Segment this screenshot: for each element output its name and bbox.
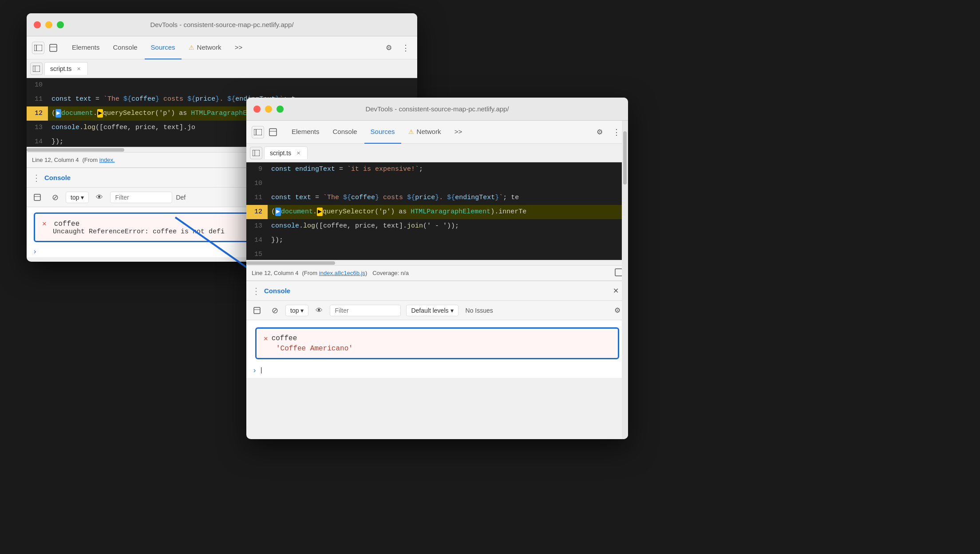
maximize-button-1[interactable] (57, 21, 64, 28)
file-tabbar-1: script.ts ✕ (27, 59, 417, 78)
inspect-icon-2[interactable] (266, 125, 280, 139)
tab-bar-1: Elements Console Sources ⚠ Network >> (66, 36, 249, 59)
warning-icon-2: ⚠ (408, 128, 414, 135)
tab-elements-2[interactable]: Elements (285, 121, 326, 144)
file-tab-script-2[interactable]: script.ts ✕ (264, 146, 308, 159)
console-title-2: Console (264, 287, 290, 295)
context-selector-2[interactable]: top ▾ (285, 305, 308, 316)
eye-icon-1[interactable]: 👁 (92, 190, 107, 204)
sidebar-toggle-icon-2[interactable] (252, 126, 264, 138)
file-tab-close-1[interactable]: ✕ (75, 65, 82, 72)
window-v-scrollbar-2[interactable] (622, 121, 628, 439)
panel-toggle-icon-1[interactable] (30, 63, 43, 75)
console-filter-input-1[interactable] (110, 192, 172, 203)
code-editor-2: 9 const endingText = `it is expensive!`;… (246, 162, 628, 260)
index-link-1[interactable]: index. (99, 157, 115, 163)
coverage-text-2: Coverage: n/a (372, 270, 409, 276)
warning-icon-1: ⚠ (189, 44, 194, 51)
console-header-2: ⋮ Console ✕ (246, 281, 628, 301)
console-filter-input-2[interactable] (330, 305, 401, 316)
chevron-down-icon-2: ▾ (300, 307, 304, 314)
toolbar-right-1: ⚙ ⋮ (382, 41, 412, 55)
svg-rect-0 (34, 45, 42, 51)
code-line-11-2: 11 const text = `The ${coffee} costs ${p… (246, 191, 628, 205)
maximize-button-2[interactable] (277, 106, 284, 113)
tab-console-1[interactable]: Console (107, 36, 144, 59)
cursor-blink: | (259, 367, 263, 374)
console-menu-dots-1[interactable]: ⋮ (32, 173, 41, 183)
devtools-toolbar-2: Elements Console Sources ⚠ Network >> ⚙ … (246, 121, 628, 144)
svg-rect-4 (33, 66, 40, 72)
minimize-button-1[interactable] (45, 21, 52, 28)
success-var-2: coffee (272, 334, 297, 342)
console-title-1: Console (44, 174, 71, 181)
titlebar-2: DevTools - consistent-source-map-pc.netl… (246, 98, 628, 121)
settings-icon-2[interactable]: ⚙ (593, 125, 607, 139)
prohibited-icon-1[interactable]: ⊘ (48, 190, 62, 204)
tab-console-2[interactable]: Console (327, 121, 364, 144)
from-text-1: (From index. (83, 157, 115, 163)
chevron-down-icon-1: ▾ (81, 194, 84, 201)
minimize-button-2[interactable] (265, 106, 272, 113)
scrollbar-thumb-2[interactable] (246, 261, 335, 265)
window-v-scrollbar-thumb-2[interactable] (623, 131, 627, 185)
no-issues-text-2: No Issues (466, 307, 493, 314)
close-button-2[interactable] (253, 106, 261, 113)
default-levels-text-1: Def (176, 194, 186, 201)
console-menu-dots-2[interactable]: ⋮ (252, 286, 261, 296)
horizontal-scrollbar-2[interactable] (246, 260, 628, 265)
code-line-15-2: 15 (246, 248, 628, 260)
window-title-1: DevTools - consistent-source-map-pc.netl… (150, 21, 293, 28)
code-line-14-2: 14 }); (246, 233, 628, 248)
default-levels-label-2: Default levels (411, 307, 448, 314)
console-expand-icon-2[interactable] (250, 303, 264, 318)
more-icon-2[interactable]: ⋮ (610, 126, 623, 138)
code-line-10: 10 (27, 78, 417, 92)
from-text-2: (From index.a8c1ec6b.js) (302, 270, 368, 276)
svg-rect-9 (254, 129, 262, 135)
tab-more-1[interactable]: >> (229, 36, 249, 59)
prohibited-icon-2[interactable]: ⊘ (268, 303, 282, 318)
panel-toggle-icon-2[interactable] (250, 147, 262, 159)
svg-rect-15 (615, 269, 622, 276)
console-input-line: › | (246, 363, 628, 378)
code-line-13-2: 13 console.log([coffee, price, text].joi… (246, 219, 628, 233)
tab-network-1[interactable]: ⚠ Network (182, 36, 228, 59)
svg-rect-11 (269, 129, 277, 136)
tab-more-2[interactable]: >> (448, 121, 469, 144)
file-tab-name-2: script.ts (270, 149, 291, 157)
inspect-icon-1[interactable] (46, 41, 60, 55)
error-x-icon-1: ✕ (42, 220, 47, 228)
tab-sources-2[interactable]: Sources (364, 121, 401, 144)
svg-rect-2 (50, 44, 57, 51)
tab-sources-1[interactable]: Sources (145, 36, 182, 59)
window-controls-2 (253, 106, 284, 113)
tab-network-2[interactable]: ⚠ Network (402, 121, 447, 144)
console-close-icon-2[interactable]: ✕ (609, 284, 623, 298)
console-toolbar-2: ⊘ top ▾ 👁 Default levels ▾ No Issues ⚙ (246, 301, 628, 320)
cursor-position-1: Line 12, Column 4 (32, 157, 79, 163)
success-value-line: 'Coffee Americano' (264, 345, 611, 353)
error-text-1: Uncaught ReferenceError: coffee is not d… (53, 228, 225, 236)
settings-icon-1[interactable]: ⚙ (382, 41, 396, 55)
window-title-2: DevTools - consistent-source-map-pc.netl… (365, 105, 509, 113)
svg-rect-13 (253, 150, 260, 156)
eye-icon-2[interactable]: 👁 (312, 303, 326, 318)
default-levels-btn-2[interactable]: Default levels ▾ (406, 305, 458, 316)
console-expand-icon-1[interactable] (30, 190, 44, 204)
file-tab-close-2[interactable]: ✕ (295, 149, 302, 157)
success-x-icon-2: ✕ (264, 334, 268, 343)
error-var-1: coffee (54, 220, 80, 228)
sidebar-toggle-icon-1[interactable] (32, 42, 44, 54)
file-tab-script-1[interactable]: script.ts ✕ (44, 62, 88, 75)
scrollbar-thumb-1[interactable] (27, 148, 124, 152)
context-selector-1[interactable]: top ▾ (66, 192, 89, 203)
tab-elements-1[interactable]: Elements (66, 36, 106, 59)
more-icon-1[interactable]: ⋮ (399, 42, 412, 54)
status-bar-2: Line 12, Column 4 (From index.a8c1ec6b.j… (246, 265, 628, 280)
svg-rect-6 (34, 194, 40, 200)
close-button-1[interactable] (34, 21, 41, 28)
success-entry-2: ✕ coffee 'Coffee Americano' (255, 327, 619, 359)
console-input-chevron[interactable]: › (253, 366, 256, 374)
index-link-2[interactable]: index.a8c1ec6b.js (319, 270, 365, 276)
